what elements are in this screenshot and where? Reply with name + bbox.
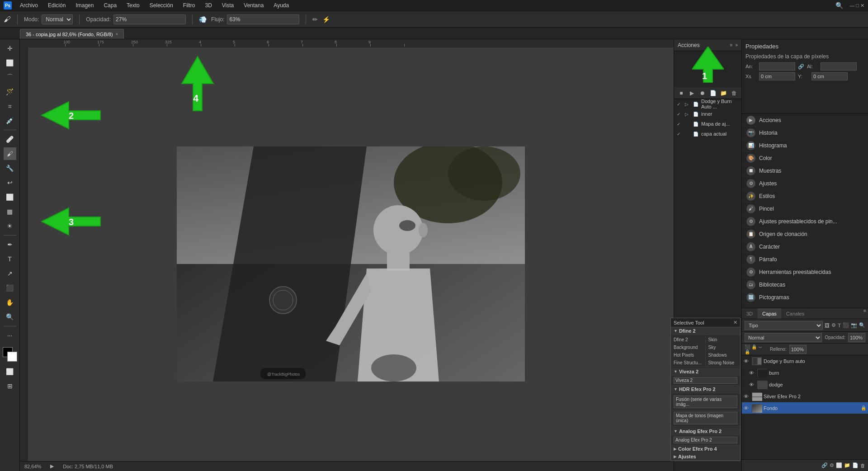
- layer-vis-1[interactable]: 👁: [744, 358, 750, 364]
- opacity-input[interactable]: [113, 14, 186, 24]
- icons-item-clonacion[interactable]: 📋 Origen de clonación: [742, 228, 868, 240]
- menu-texto[interactable]: Texto: [125, 1, 142, 9]
- spot-heal-tool[interactable]: 🩹: [4, 133, 16, 146]
- screen-mode-tool[interactable]: ⊞: [4, 380, 16, 392]
- smooth-icon[interactable]: ⚡: [322, 16, 330, 23]
- stop-icon[interactable]: ■: [677, 89, 686, 98]
- tab-canales[interactable]: Canales: [782, 308, 809, 319]
- layers-mode-select[interactable]: Normal: [745, 333, 822, 342]
- opacity-value[interactable]: [848, 333, 865, 342]
- width-input[interactable]: [759, 62, 795, 71]
- layer-vis-3[interactable]: 👁: [749, 382, 755, 387]
- filter-smart-icon[interactable]: 📷: [851, 322, 857, 328]
- icons-item-estilos[interactable]: ✨ Estilos: [742, 190, 868, 203]
- brush-tool[interactable]: 🖌: [4, 147, 16, 160]
- dfine2-section-header[interactable]: ▼ Dfine 2: [671, 327, 740, 335]
- dfine2-cell-6[interactable]: Shadows: [706, 351, 741, 359]
- delete-layer-icon[interactable]: 🗑: [860, 463, 865, 468]
- icons-item-bibliotecas[interactable]: 🗂 Bibliotecas: [742, 278, 868, 291]
- new-group-icon[interactable]: 📁: [844, 462, 850, 468]
- height-input[interactable]: [821, 62, 857, 71]
- add-mask-icon[interactable]: ⬜: [836, 462, 842, 468]
- tab-3d[interactable]: 3D: [742, 308, 758, 319]
- icons-item-color[interactable]: 🎨 Color: [742, 152, 868, 165]
- search-icon[interactable]: 🔍: [835, 2, 843, 9]
- icons-item-ajustes[interactable]: ⚙ Ajustes: [742, 177, 868, 190]
- new-action-icon[interactable]: 📄: [709, 89, 718, 98]
- menu-filtro[interactable]: Filtro: [181, 1, 197, 9]
- link-icon[interactable]: 🔗: [798, 64, 804, 70]
- play-icon[interactable]: ▶: [688, 89, 697, 98]
- filter-toggle[interactable]: 🔍: [859, 322, 865, 328]
- layer-row-silver[interactable]: 👁 Silver Efex Pro 2: [742, 391, 868, 402]
- menu-ventana[interactable]: Ventana: [242, 1, 265, 9]
- new-layer-icon[interactable]: 📄: [852, 462, 859, 468]
- icons-item-muestras[interactable]: 🔲 Muestras: [742, 165, 868, 177]
- eyedropper-tool[interactable]: 💉: [4, 114, 16, 127]
- link-layers-icon[interactable]: 🔗: [821, 462, 828, 468]
- menu-seleccion[interactable]: Selección: [148, 1, 175, 9]
- clone-tool[interactable]: 🔧: [4, 162, 16, 174]
- extra-tools[interactable]: ···: [4, 329, 16, 342]
- dfine2-cell-5[interactable]: Hot Pixels: [671, 351, 706, 359]
- menu-imagen[interactable]: Imagen: [74, 1, 95, 9]
- filter-type-icon[interactable]: T: [838, 323, 841, 328]
- brush-icon[interactable]: 🖌: [4, 15, 11, 24]
- pen-tool[interactable]: ✒: [4, 238, 16, 251]
- layer-vis-4[interactable]: 👁: [744, 394, 750, 399]
- zoom-tool[interactable]: 🔍: [4, 311, 16, 323]
- layer-row-burn[interactable]: 👁 burn: [742, 367, 868, 379]
- layer-row-dodge[interactable]: 👁 dodge: [742, 379, 868, 391]
- icons-item-pictogramas[interactable]: 🔣 Pictogramas: [742, 291, 868, 304]
- action-item-1[interactable]: ✓ ▷ 📄 Dodge y Burn Auto ...: [674, 99, 741, 109]
- tab-close-button[interactable]: ×: [116, 32, 118, 37]
- dfine2-cell-4[interactable]: Sky: [706, 344, 741, 351]
- dfine2-cell-3[interactable]: Background: [671, 344, 706, 351]
- action-item-2[interactable]: ✓ ▷ 📄 inner: [674, 109, 741, 119]
- color-efex-section-header[interactable]: ▶ Color Efex Pro 4: [671, 445, 740, 453]
- layer-type-select[interactable]: Tipo: [745, 321, 823, 330]
- eraser-tool[interactable]: ⬜: [4, 191, 16, 203]
- quick-select-tool[interactable]: 🪄: [4, 85, 16, 98]
- icons-item-pincel[interactable]: 🖌 Pincel: [742, 203, 868, 215]
- dodge-tool[interactable]: ☀: [4, 220, 16, 232]
- canvas-content[interactable]: @TrackBigPhotos 4 2 3: [28, 47, 674, 471]
- path-tool[interactable]: ↗: [4, 267, 16, 280]
- icons-item-historia[interactable]: 📷 Historia: [742, 127, 868, 139]
- dfine2-cell-7[interactable]: Fine Structu...: [671, 359, 706, 367]
- relleno-value[interactable]: [789, 345, 807, 354]
- smudge-icon[interactable]: ✏: [312, 16, 318, 23]
- menu-edicion[interactable]: Edición: [46, 1, 67, 9]
- hdr-section-header[interactable]: ▼ HDR Efex Pro 2: [671, 386, 740, 393]
- new-set-icon[interactable]: 📁: [719, 89, 728, 98]
- y-input[interactable]: [811, 72, 848, 80]
- document-tab[interactable]: 36 - copia.jpg al 82,6% (Fondo, RGB/8) ×: [20, 29, 124, 39]
- layer-row-fondo[interactable]: 👁 Fondo 🔒: [742, 402, 868, 414]
- record-icon[interactable]: ⏺: [698, 89, 707, 98]
- menu-archivo[interactable]: Archivo: [18, 1, 40, 9]
- icons-item-acciones[interactable]: ▶ Acciones: [742, 114, 868, 127]
- dfine2-cell-2[interactable]: Skin: [706, 336, 741, 344]
- acciones-menu-icon[interactable]: ≡: [730, 42, 733, 47]
- mode-select[interactable]: Normal: [42, 14, 73, 24]
- viveza2-section-header[interactable]: ▼ Viveza 2: [671, 368, 740, 376]
- history-brush-tool[interactable]: ↩: [4, 176, 16, 189]
- acciones-expand-icon[interactable]: »: [735, 42, 738, 47]
- icons-item-histograma[interactable]: 📊 Histograma: [742, 139, 868, 152]
- layer-vis-5[interactable]: 👁: [744, 405, 750, 411]
- layers-menu-icon[interactable]: ≡: [862, 308, 868, 319]
- dfine2-cell-1[interactable]: Dfine 2: [671, 336, 706, 344]
- marquee-tool[interactable]: ⬜: [4, 57, 16, 69]
- hdr-fusion-button[interactable]: Fusión (serie de varias imág...: [674, 396, 737, 408]
- delete-icon[interactable]: 🗑: [730, 89, 739, 98]
- x-input[interactable]: [759, 72, 795, 80]
- flow-input[interactable]: [227, 14, 299, 24]
- shape-tool[interactable]: ⬛: [4, 282, 16, 294]
- icons-item-caracter[interactable]: A Carácter: [742, 240, 868, 253]
- layer-row-dodge-burn[interactable]: 👁 Dodge y Burn auto: [742, 355, 868, 367]
- hand-tool[interactable]: ✋: [4, 296, 16, 309]
- menu-ayuda[interactable]: Ayuda: [272, 1, 291, 9]
- menu-capa[interactable]: Capa: [102, 1, 118, 9]
- layer-vis-2[interactable]: 👁: [749, 370, 755, 376]
- action-item-3[interactable]: ✓ 📄 Mapa de aj...: [674, 119, 741, 129]
